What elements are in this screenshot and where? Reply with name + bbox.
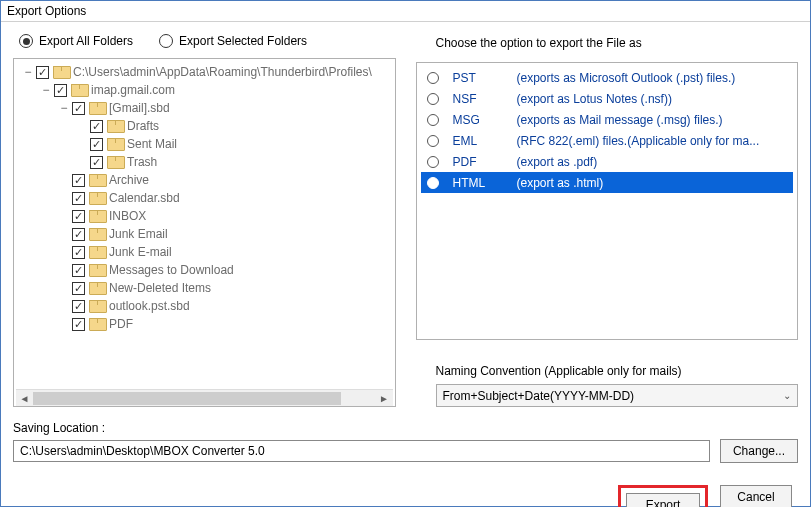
folder-icon xyxy=(89,102,105,115)
tree-label: Junk E-mail xyxy=(109,243,172,261)
radio-export-selected[interactable]: Export Selected Folders xyxy=(159,34,307,48)
checkbox-icon[interactable] xyxy=(90,120,103,133)
tree-label: [Gmail].sbd xyxy=(109,99,170,117)
tree-label: Trash xyxy=(127,153,157,171)
checkbox-icon[interactable] xyxy=(72,318,85,331)
tree-row[interactable]: INBOX xyxy=(16,207,393,225)
format-option-pst[interactable]: PST(exports as Microsoft Outlook (.pst) … xyxy=(421,67,794,88)
export-button[interactable]: Export xyxy=(626,493,700,507)
tree-label: Sent Mail xyxy=(127,135,177,153)
format-desc: (export as .html) xyxy=(517,176,788,190)
tree-row[interactable]: Drafts xyxy=(16,117,393,135)
tree-label: outlook.pst.sbd xyxy=(109,297,190,315)
tree-row[interactable]: Junk Email xyxy=(16,225,393,243)
format-name: MSG xyxy=(453,113,513,127)
export-options-dialog: Export Options Export All Folders Export… xyxy=(0,0,811,507)
folder-icon xyxy=(89,192,105,205)
tree-row[interactable]: Messages to Download xyxy=(16,261,393,279)
tree-label: PDF xyxy=(109,315,133,333)
tree-row[interactable]: −C:\Users\admin\AppData\Roaming\Thunderb… xyxy=(16,63,393,81)
format-desc: (exports as Microsoft Outlook (.pst) fil… xyxy=(517,71,788,85)
checkbox-icon[interactable] xyxy=(72,246,85,259)
format-option-html[interactable]: HTML(export as .html) xyxy=(421,172,794,193)
tree-label: imap.gmail.com xyxy=(91,81,175,99)
format-desc: (export as Lotus Notes (.nsf)) xyxy=(517,92,788,106)
scroll-left-icon[interactable]: ◄ xyxy=(16,390,33,407)
tree-row[interactable]: Archive xyxy=(16,171,393,189)
format-list: PST(exports as Microsoft Outlook (.pst) … xyxy=(416,62,799,340)
scroll-right-icon[interactable]: ► xyxy=(376,390,393,407)
folder-icon xyxy=(107,120,123,133)
folder-icon xyxy=(89,174,105,187)
folder-icon xyxy=(89,264,105,277)
checkbox-icon[interactable] xyxy=(72,174,85,187)
format-name: PDF xyxy=(453,155,513,169)
tree-row[interactable]: Trash xyxy=(16,153,393,171)
tree-label: Drafts xyxy=(127,117,159,135)
format-option-eml[interactable]: EML(RFC 822(.eml) files.(Applicable only… xyxy=(421,130,794,151)
format-option-nsf[interactable]: NSF(export as Lotus Notes (.nsf)) xyxy=(421,88,794,109)
tree-row[interactable]: New-Deleted Items xyxy=(16,279,393,297)
horizontal-scrollbar[interactable]: ◄ ► xyxy=(16,389,393,406)
format-desc: (RFC 822(.eml) files.(Applicable only fo… xyxy=(517,134,788,148)
format-header: Choose the option to export the File as xyxy=(416,28,799,62)
checkbox-icon[interactable] xyxy=(72,192,85,205)
folder-icon xyxy=(89,246,105,259)
radio-export-all[interactable]: Export All Folders xyxy=(19,34,133,48)
checkbox-icon[interactable] xyxy=(72,210,85,223)
radio-off-icon xyxy=(159,34,173,48)
tree-row[interactable]: −imap.gmail.com xyxy=(16,81,393,99)
collapse-icon[interactable]: − xyxy=(22,63,34,81)
folder-icon xyxy=(107,156,123,169)
naming-select[interactable]: From+Subject+Date(YYYY-MM-DD) ⌄ xyxy=(436,384,798,407)
cancel-button[interactable]: Cancel xyxy=(720,485,792,507)
folder-tree[interactable]: −C:\Users\admin\AppData\Roaming\Thunderb… xyxy=(13,58,396,407)
collapse-icon[interactable]: − xyxy=(58,99,70,117)
radio-icon xyxy=(427,177,439,189)
collapse-icon[interactable]: − xyxy=(40,81,52,99)
checkbox-icon[interactable] xyxy=(36,66,49,79)
tree-label: New-Deleted Items xyxy=(109,279,211,297)
tree-label: Messages to Download xyxy=(109,261,234,279)
radio-export-selected-label: Export Selected Folders xyxy=(179,34,307,48)
tree-row[interactable]: −[Gmail].sbd xyxy=(16,99,393,117)
checkbox-icon[interactable] xyxy=(54,84,67,97)
format-option-pdf[interactable]: PDF(export as .pdf) xyxy=(421,151,794,172)
checkbox-icon[interactable] xyxy=(90,138,103,151)
folder-icon xyxy=(107,138,123,151)
format-name: NSF xyxy=(453,92,513,106)
folder-icon xyxy=(89,300,105,313)
tree-label: Calendar.sbd xyxy=(109,189,180,207)
checkbox-icon[interactable] xyxy=(72,300,85,313)
tree-row[interactable]: outlook.pst.sbd xyxy=(16,297,393,315)
checkbox-icon[interactable] xyxy=(72,282,85,295)
tree-row[interactable]: Calendar.sbd xyxy=(16,189,393,207)
checkbox-icon[interactable] xyxy=(72,102,85,115)
radio-export-all-label: Export All Folders xyxy=(39,34,133,48)
radio-icon xyxy=(427,93,439,105)
format-name: PST xyxy=(453,71,513,85)
naming-label: Naming Convention (Applicable only for m… xyxy=(436,364,799,378)
format-desc: (export as .pdf) xyxy=(517,155,788,169)
saving-path-input[interactable] xyxy=(13,440,710,462)
folder-icon xyxy=(53,66,69,79)
tree-label: INBOX xyxy=(109,207,146,225)
folder-icon xyxy=(89,318,105,331)
tree-row[interactable]: Sent Mail xyxy=(16,135,393,153)
scroll-thumb[interactable] xyxy=(33,392,341,405)
change-button[interactable]: Change... xyxy=(720,439,798,463)
format-option-msg[interactable]: MSG(exports as Mail message (.msg) files… xyxy=(421,109,794,130)
radio-icon xyxy=(427,156,439,168)
checkbox-icon[interactable] xyxy=(72,264,85,277)
checkbox-icon[interactable] xyxy=(72,228,85,241)
format-desc: (exports as Mail message (.msg) files.) xyxy=(517,113,788,127)
window-title: Export Options xyxy=(1,1,810,22)
format-name: HTML xyxy=(453,176,513,190)
radio-icon xyxy=(427,114,439,126)
radio-icon xyxy=(427,135,439,147)
chevron-down-icon: ⌄ xyxy=(783,390,791,401)
checkbox-icon[interactable] xyxy=(90,156,103,169)
tree-row[interactable]: Junk E-mail xyxy=(16,243,393,261)
folder-icon xyxy=(89,282,105,295)
tree-row[interactable]: PDF xyxy=(16,315,393,333)
